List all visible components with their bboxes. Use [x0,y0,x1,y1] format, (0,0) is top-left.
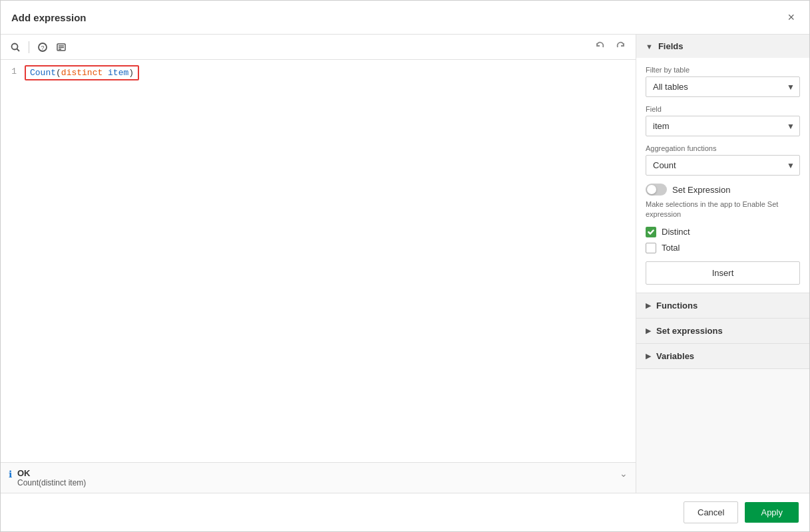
field-select[interactable]: item [646,116,800,136]
status-ok-label: OK [17,468,614,478]
status-bar: ℹ OK Count(distinct item) ⌄ [1,462,636,493]
filter-table-wrapper: All tables ▼ [646,76,800,97]
total-label: Total [662,243,680,253]
filter-table-select[interactable]: All tables [646,76,800,97]
set-expressions-section-label: Set expressions [656,326,723,336]
toggle-knob [647,185,656,194]
field-label: Field [646,105,800,113]
fields-section-content: Filter by table All tables ▼ Field item … [636,58,809,293]
fields-section: ▼ Fields Filter by table All tables ▼ Fi… [636,35,809,293]
dialog-footer: Cancel Apply [1,493,809,531]
svg-text:?: ? [41,45,45,51]
dialog-title: Add expression [11,12,87,23]
set-expression-label: Set Expression [672,185,730,195]
editor-line-1: 1 Count(distinct item) [1,65,636,80]
fields-chevron-icon: ▼ [646,43,653,51]
undo-button[interactable] [593,40,608,54]
functions-section-label: Functions [656,301,698,311]
set-expressions-section-header[interactable]: ▶ Set expressions [636,319,809,343]
code-item-value: item [102,68,128,78]
status-detail: Count(distinct item) [17,478,614,487]
status-text-block: OK Count(distinct item) [17,468,614,487]
set-expression-row: Set Expression [646,184,800,196]
code-expression[interactable]: Count(distinct item) [25,65,139,80]
close-button[interactable]: × [783,10,799,25]
add-expression-dialog: Add expression × ? [0,0,810,532]
fields-section-label: Fields [658,41,684,51]
set-expression-description: Make selections in the app to Enable Set… [646,200,800,220]
variables-section-label: Variables [656,351,694,361]
set-expression-toggle[interactable] [646,184,667,196]
insert-button[interactable]: Insert [646,261,800,285]
variables-section-header[interactable]: ▶ Variables [636,344,809,368]
editor-content[interactable]: 1 Count(distinct item) [1,60,636,462]
distinct-label: Distinct [662,227,690,237]
redo-button[interactable] [613,40,628,54]
line-number: 1 [1,65,25,76]
functions-chevron-icon: ▶ [646,301,651,310]
apply-button[interactable]: Apply [745,502,799,523]
toolbar-divider [29,41,29,53]
functions-section-header[interactable]: ▶ Functions [636,293,809,318]
filter-by-table-label: Filter by table [646,66,800,74]
right-panel: ▼ Fields Filter by table All tables ▼ Fi… [636,35,809,493]
dialog-body: ? [1,35,809,493]
agg-select-wrapper: Count ▼ [646,155,800,176]
total-checkbox[interactable] [646,243,656,253]
dialog-header: Add expression × [1,1,809,35]
code-distinct-keyword: distinct [61,68,102,78]
fields-section-header[interactable]: ▼ Fields [636,35,809,58]
variables-chevron-icon: ▶ [646,352,651,360]
set-expressions-section: ▶ Set expressions [636,319,809,344]
agg-functions-label: Aggregation functions [646,144,800,152]
cancel-button[interactable]: Cancel [684,501,738,523]
svg-line-1 [17,49,20,51]
help-icon[interactable]: ? [36,41,49,54]
distinct-checkbox[interactable] [646,227,656,237]
code-close-paren: ) [128,68,134,78]
status-chevron-icon[interactable]: ⌄ [620,468,628,479]
set-expressions-chevron-icon: ▶ [646,327,651,335]
agg-functions-select[interactable]: Count [646,155,800,176]
editor-area: ? [1,35,636,493]
field-select-wrapper: item ▼ [646,116,800,136]
info-icon: ℹ [9,469,12,479]
total-checkbox-row: Total [646,243,800,253]
variables-section: ▶ Variables [636,344,809,369]
snippet-icon[interactable] [55,41,68,54]
editor-toolbar: ? [1,35,636,60]
code-open-paren: ( [56,68,61,78]
svg-point-0 [12,43,18,49]
distinct-checkbox-row: Distinct [646,227,800,237]
search-icon[interactable] [9,41,22,54]
code-keyword: Count [30,68,56,78]
functions-section: ▶ Functions [636,293,809,319]
